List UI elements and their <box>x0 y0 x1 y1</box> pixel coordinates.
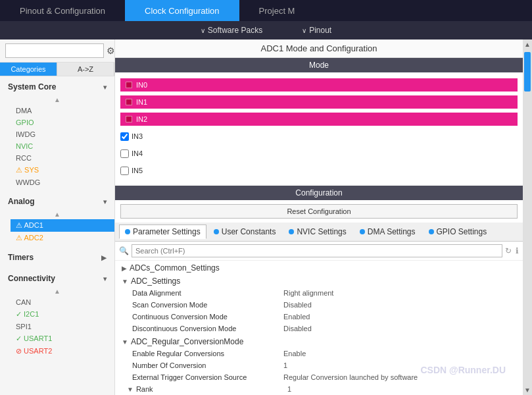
param-search-input[interactable] <box>132 244 502 257</box>
tab-gpio-settings[interactable]: GPIO Settings <box>423 224 493 239</box>
reset-configuration-button[interactable]: Reset Configuration <box>120 204 518 219</box>
tab-clock-config[interactable]: Clock Configuration <box>125 0 239 21</box>
tab-dma-settings[interactable]: DMA Settings <box>354 224 422 239</box>
group-adc-regular: ▼ ADC_Regular_ConversionMode Enable Regu… <box>119 336 519 395</box>
right-scrollbar[interactable]: ▲ ▼ <box>523 40 532 395</box>
dot-icon <box>360 229 365 234</box>
scroll-down-arrow[interactable]: ▼ <box>523 385 532 395</box>
tab-user-constants[interactable]: User Constants <box>208 224 282 239</box>
section-connectivity-header[interactable]: Connectivity ▾ <box>0 271 114 286</box>
setting-row: Continuous Conversion Mode Enabled <box>119 311 519 323</box>
label-in5: IN5 <box>132 167 143 174</box>
group-adcs-common: ▶ ADCs_Common_Settings <box>119 262 519 274</box>
sidebar-item-iwdg[interactable]: IWDG <box>11 128 114 140</box>
chevron-icon: ▾ <box>103 198 107 205</box>
tab-project[interactable]: Project M <box>239 0 315 21</box>
checkbox-in5[interactable] <box>120 167 129 175</box>
sidebar-item-spi1[interactable]: SPI1 <box>11 321 114 332</box>
tab-pinout-config[interactable]: Pinout & Configuration <box>0 0 125 21</box>
setting-name: Continuous Conversion Mode <box>132 313 283 321</box>
setting-name: Enable Regular Conversions <box>132 350 283 357</box>
checkbox-in3[interactable] <box>120 132 129 141</box>
scroll-up-arrow[interactable]: ▲ <box>523 40 532 49</box>
sidebar-item-gpio[interactable]: GPIO <box>11 117 114 128</box>
content-area: ADC1 Mode and Configuration Mode IN0 IN1 <box>115 40 523 395</box>
chevron-down-icon: ∨ <box>201 27 205 34</box>
tab-parameter-settings[interactable]: Parameter Settings <box>119 224 206 239</box>
setting-value: 1 <box>283 361 287 369</box>
setting-name: Rank <box>136 385 287 393</box>
sidebar-item-nvic[interactable]: NVIC <box>11 140 114 152</box>
setting-name: Discontinuous Conversion Mode <box>132 325 283 332</box>
section-system-core-header[interactable]: System Core ▾ <box>0 79 114 95</box>
sub-nav-software-packs[interactable]: ∨ Software Packs <box>201 26 262 35</box>
sidebar-item-sys[interactable]: ⚠ SYS <box>11 164 114 176</box>
chevron-icon: ▾ <box>103 275 107 282</box>
setting-row: Scan Conversion Mode Disabled <box>119 299 519 311</box>
scroll-thumb[interactable] <box>524 52 531 92</box>
pin-square-icon <box>126 82 132 88</box>
section-connectivity: Connectivity ▾ ▲ CAN ✓ I2C1 SPI1 ✓ USART… <box>0 271 114 357</box>
pin-row-in1: IN1 <box>120 95 518 109</box>
triangle-right-icon: ▶ <box>122 265 127 272</box>
sidebar-item-i2c1[interactable]: ✓ I2C1 <box>11 308 114 321</box>
pin-in1[interactable]: IN1 <box>120 95 518 109</box>
group-adc-settings-header[interactable]: ▼ ADC_Settings <box>119 275 519 287</box>
gear-icon[interactable]: ⚙ <box>107 45 115 56</box>
sidebar-item-adc2[interactable]: ⚠ ADC2 <box>11 232 114 244</box>
setting-name: Number Of Conversion <box>132 361 283 369</box>
pin-row-in2: IN2 <box>120 112 518 126</box>
system-core-items: DMA GPIO IWDG NVIC RCC ⚠ SYS WWDG <box>0 105 114 188</box>
main-layout: ⚙ Categories A->Z System Core ▾ ▲ DMA GP… <box>0 40 532 395</box>
dot-icon <box>289 229 294 234</box>
triangle-down-icon: ▼ <box>122 338 128 346</box>
scroll-arrow-up: ▲ <box>0 209 114 219</box>
search-input[interactable] <box>5 43 104 58</box>
setting-value: Disabled <box>283 301 312 309</box>
checkbox-in4[interactable] <box>120 149 129 158</box>
label-in4: IN4 <box>132 149 143 157</box>
sidebar-item-adc1[interactable]: ⚠ ADC1 <box>11 219 114 232</box>
triangle-down-icon: ▼ <box>127 386 133 393</box>
info-icon[interactable]: ℹ <box>516 246 519 255</box>
sidebar-item-dma[interactable]: DMA <box>11 105 114 117</box>
chevron-icon: ▾ <box>103 84 107 91</box>
setting-value: Enable <box>283 350 306 357</box>
search-icon: 🔍 <box>119 246 129 255</box>
mode-header: Mode <box>115 58 523 72</box>
content-title: ADC1 Mode and Configuration <box>115 40 523 58</box>
scroll-arrow-up: ▲ <box>0 286 114 296</box>
sub-nav-pinout[interactable]: ∨ Pinout <box>302 26 331 35</box>
chevron-right-icon: ▶ <box>101 254 107 261</box>
parameter-tabs: Parameter Settings User Constants NVIC S… <box>115 223 523 242</box>
tab-nvic-settings[interactable]: NVIC Settings <box>283 224 352 239</box>
tab-atoz[interactable]: A->Z <box>57 63 114 76</box>
pin-row-in0: IN0 <box>120 78 518 92</box>
setting-row-rank-header: ▼ Rank 1 <box>119 383 519 395</box>
setting-value: 1 <box>287 385 291 393</box>
section-analog: Analog ▾ ▲ ⚠ ADC1 ⚠ ADC2 <box>0 194 114 244</box>
param-search-area: 🔍 ↻ ℹ <box>115 242 523 261</box>
group-adcs-common-header[interactable]: ▶ ADCs_Common_Settings <box>119 262 519 274</box>
dot-icon <box>214 229 219 234</box>
sidebar-item-rcc[interactable]: RCC <box>11 152 114 164</box>
settings-tree: ▶ ADCs_Common_Settings ▼ ADC_Settings Da… <box>115 261 523 395</box>
setting-value: Right alignment <box>283 289 333 297</box>
label-in3: IN3 <box>132 132 143 140</box>
sidebar-item-usart2[interactable]: ⊘ USART2 <box>11 345 114 357</box>
pin-row-in4: IN4 <box>120 146 518 161</box>
tab-categories[interactable]: Categories <box>0 63 57 76</box>
mode-content: IN0 IN1 IN2 IN3 <box>115 72 523 183</box>
pin-in2[interactable]: IN2 <box>120 113 518 126</box>
sidebar-item-usart1[interactable]: ✓ USART1 <box>11 332 114 345</box>
refresh-icon[interactable]: ↻ <box>505 246 512 255</box>
section-timers-header[interactable]: Timers ▶ <box>0 250 114 265</box>
config-header: Configuration <box>115 186 523 200</box>
setting-value: Regular Conversion launched by software <box>283 373 418 381</box>
sidebar-item-can[interactable]: CAN <box>11 296 114 308</box>
group-adc-regular-header[interactable]: ▼ ADC_Regular_ConversionMode <box>119 336 519 348</box>
section-analog-header[interactable]: Analog ▾ <box>0 194 114 209</box>
setting-row: External Trigger Conversion Source Regul… <box>119 371 519 383</box>
pin-in0[interactable]: IN0 <box>120 78 518 92</box>
sidebar-item-wwdg[interactable]: WWDG <box>11 176 114 188</box>
